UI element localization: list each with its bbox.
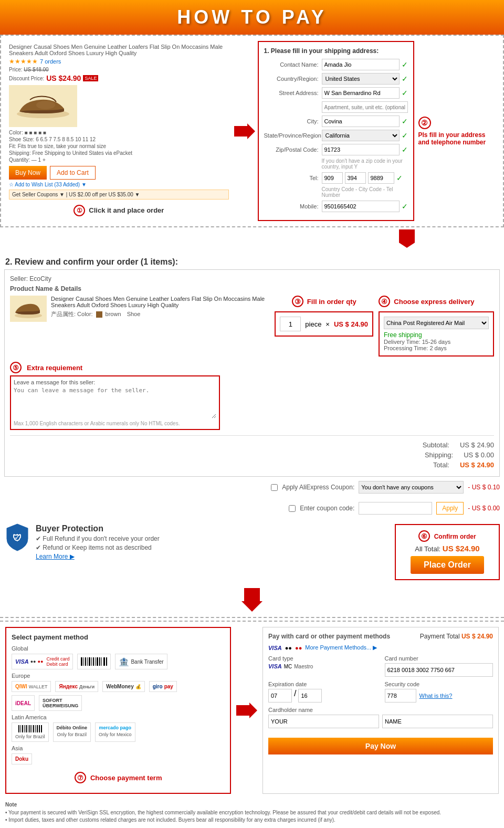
total-label: Total:	[433, 461, 449, 469]
svg-rect-16	[95, 657, 96, 666]
svg-marker-2	[234, 123, 255, 139]
state-select[interactable]: California	[322, 130, 400, 141]
bank-transfer-label: Bank Transfer	[131, 659, 163, 665]
boleto-method-global[interactable]	[77, 654, 111, 669]
more-methods-link[interactable]: More Payment Methods... ▶	[305, 644, 377, 651]
original-price: US $48.00	[24, 67, 48, 72]
expiry-label: Expiration date	[268, 681, 377, 687]
message-textarea[interactable]	[14, 387, 216, 418]
boleto-method[interactable]: Only for Brazil	[12, 722, 49, 742]
arrow-down-icon-2	[242, 588, 262, 612]
tel-input1[interactable]	[322, 172, 343, 184]
fit-label: Fit:	[9, 143, 16, 149]
bank-transfer-method[interactable]: 🏦 Bank Transfer	[115, 654, 167, 669]
contact-name-input[interactable]	[322, 59, 400, 70]
country-select[interactable]: United States	[322, 73, 400, 85]
sofort-label: SOFORTÜBERWEISUNG	[43, 698, 78, 708]
payment-total-value: US $ 24.90	[461, 633, 493, 640]
sofort-method[interactable]: SOFORTÜBERWEISUNG	[39, 695, 82, 711]
boleto-only-brazil: Only for Brazil	[15, 734, 45, 739]
svg-rect-25	[24, 725, 25, 732]
arrow-right-icon	[234, 121, 255, 142]
mercadopago-method[interactable]: mercado pago Only for Mexico	[95, 722, 135, 742]
svg-rect-13	[89, 657, 90, 666]
expiry-security-row: Expiration date / Security code What is …	[268, 681, 493, 703]
qiwi-method[interactable]: QIWI WALLET	[12, 681, 51, 692]
aliexpress-coupon-select[interactable]: You don't have any coupons	[359, 481, 464, 494]
yandex-method[interactable]: Яндекс Деньги	[55, 681, 98, 692]
giropay-method[interactable]: giropay	[149, 681, 177, 692]
confirm-order-box: ⑥ Confirm order All Total: US $24.90 Pla…	[395, 524, 500, 580]
city-label: City:	[264, 118, 322, 124]
city-input[interactable]	[322, 116, 400, 127]
bp-refund-keep: ✔ Refund or Keep items not as described	[36, 544, 160, 551]
street-input[interactable]	[322, 87, 400, 99]
step5-label: ⑤ Extra requiement	[10, 362, 494, 373]
what-is-this-link[interactable]: What is this?	[419, 693, 453, 699]
cardholder-last-input[interactable]	[382, 715, 493, 728]
coupon-code-input[interactable]	[359, 502, 432, 515]
card-number-group: Card number	[385, 655, 494, 677]
delivery-time: Delivery Time: 15-26 days	[384, 339, 489, 345]
doku-method[interactable]: Doku	[12, 753, 32, 764]
bp-learn-more[interactable]: Learn More ▶	[36, 553, 75, 560]
card-number-input[interactable]	[385, 663, 494, 677]
contact-name-label: Contact Name:	[264, 61, 322, 68]
property-row: 产品属性: Color: brown Shoe	[51, 310, 269, 318]
product-name-details: Product Name & Details	[10, 285, 494, 292]
tel-input2[interactable]	[345, 172, 366, 184]
step5-title: Extra requiement	[27, 364, 82, 372]
security-row: What is this?	[385, 689, 494, 703]
cardholder-first-input[interactable]	[268, 715, 379, 728]
product-reviews: 7 orders	[40, 58, 61, 65]
pay-with-card-title: Pay with card or other payment methods	[268, 633, 390, 640]
svg-marker-35	[236, 703, 257, 718]
note-line-2: • Import duties, taxes and other customs…	[5, 817, 499, 823]
shipping-row: Shipping: US $ 0.00	[10, 451, 494, 459]
tel-input3[interactable]	[368, 172, 394, 184]
buy-now-button[interactable]: Buy Now	[9, 166, 47, 180]
delivery-select[interactable]: China Post Registered Air Mail	[384, 317, 489, 329]
mobile-input[interactable]	[322, 201, 400, 212]
visa-logo: VISA	[15, 658, 29, 665]
cardholder-label: Cardholder name	[268, 707, 493, 713]
bp-title: Buyer Protection	[36, 524, 160, 533]
add-to-cart-button[interactable]: Add to Cart	[50, 166, 96, 180]
pay-now-button[interactable]: Pay Now	[268, 738, 493, 754]
apt-input[interactable]	[322, 101, 408, 113]
webmoney-method[interactable]: WebMoney 💰	[102, 681, 145, 692]
color-swatch	[96, 311, 102, 318]
svg-rect-9	[81, 657, 82, 666]
apply-button[interactable]: Apply	[436, 502, 464, 515]
message-hint: Max 1,000 English characters or Arabic n…	[14, 421, 216, 426]
security-label: Security code	[385, 681, 494, 687]
place-order-button[interactable]: Place Order	[411, 556, 484, 574]
debito-method[interactable]: Débito Online Only for Brazil	[53, 722, 91, 742]
zip-input[interactable]	[322, 144, 400, 155]
ideal-method[interactable]: iDEAL	[12, 695, 35, 711]
giropay-pay: pay	[164, 684, 173, 689]
zip-hint: If you don't have a zip code in your cou…	[322, 158, 408, 170]
doku-label: Doku	[15, 756, 28, 762]
address-form-title: 1. Please fill in your shipping address:	[264, 47, 408, 55]
svg-rect-12	[87, 657, 88, 666]
state-check-icon: ✓	[402, 131, 408, 140]
svg-rect-21	[106, 657, 107, 666]
cardholder-row: Cardholder name	[268, 707, 493, 728]
card-type-row: Card type VISA MC Maestro Card number	[268, 655, 493, 677]
step1-badge: ①	[74, 205, 85, 216]
aliexpress-coupon-checkbox[interactable]	[271, 484, 278, 491]
qty-input[interactable]	[280, 317, 301, 331]
svg-rect-11	[85, 657, 86, 666]
coupon-code-label: Enter coupon code:	[300, 505, 354, 512]
coupon-code-checkbox[interactable]	[289, 505, 296, 512]
all-total-row: All Total: US $24.90	[401, 544, 494, 553]
svg-rect-33	[39, 725, 40, 732]
exp-month-input[interactable]	[268, 689, 292, 703]
fit-value: Fits true to size, take your normal size	[18, 143, 106, 149]
cardholder-inputs	[268, 715, 493, 728]
visa-mc-method[interactable]: VISA ●● ●● Credit cardDebit card	[12, 654, 73, 669]
svg-rect-10	[83, 657, 84, 666]
security-input[interactable]	[385, 689, 416, 703]
exp-year-input[interactable]	[298, 689, 322, 703]
